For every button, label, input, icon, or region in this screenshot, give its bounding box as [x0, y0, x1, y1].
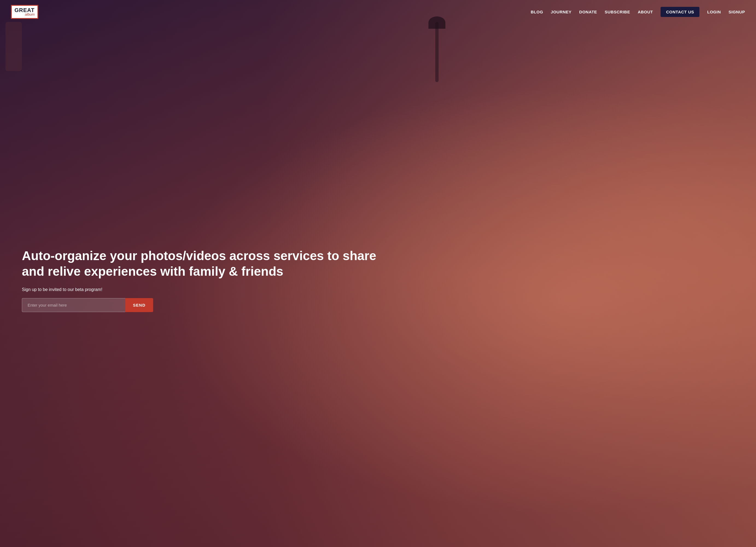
nav-item-subscribe[interactable]: SUBSCRIBE — [605, 10, 630, 14]
hero-section: GREAT album BLOG JOURNEY DONATE SUBSCRIB… — [0, 0, 756, 547]
nav-link-donate[interactable]: DONATE — [579, 10, 597, 14]
hero-headline: Auto-organize your photos/videos across … — [22, 248, 394, 280]
email-input[interactable] — [22, 298, 125, 312]
email-form: SEND — [22, 298, 153, 312]
hero-subtext: Sign up to be invited to our beta progra… — [22, 287, 394, 292]
nav-item-donate[interactable]: DONATE — [579, 10, 597, 14]
nav-link-subscribe[interactable]: SUBSCRIBE — [605, 10, 630, 14]
logo-container: GREAT album — [11, 5, 38, 19]
nav-item-about[interactable]: ABOUT — [638, 10, 653, 14]
nav-item-signup[interactable]: SIGNUP — [728, 10, 745, 14]
nav-link-login[interactable]: LOGIN — [707, 10, 721, 14]
logo-text-great: GREAT — [14, 7, 35, 13]
nav-link-contact[interactable]: CONTACT US — [661, 7, 699, 17]
send-button[interactable]: SEND — [125, 298, 153, 312]
nav-item-blog[interactable]: BLOG — [531, 10, 543, 14]
nav-link-about[interactable]: ABOUT — [638, 10, 653, 14]
nav-item-journey[interactable]: JOURNEY — [551, 10, 571, 14]
nav-links: BLOG JOURNEY DONATE SUBSCRIBE ABOUT CONT… — [531, 10, 745, 14]
hero-content: Auto-organize your photos/videos across … — [0, 24, 416, 547]
lamp-post — [435, 22, 439, 82]
nav-link-journey[interactable]: JOURNEY — [551, 10, 571, 14]
nav-link-blog[interactable]: BLOG — [531, 10, 543, 14]
navbar: GREAT album BLOG JOURNEY DONATE SUBSCRIB… — [0, 0, 756, 24]
logo-box: GREAT album — [11, 5, 38, 19]
nav-link-signup[interactable]: SIGNUP — [728, 10, 745, 14]
nav-item-contact[interactable]: CONTACT US — [661, 10, 699, 14]
nav-item-login[interactable]: LOGIN — [707, 10, 721, 14]
